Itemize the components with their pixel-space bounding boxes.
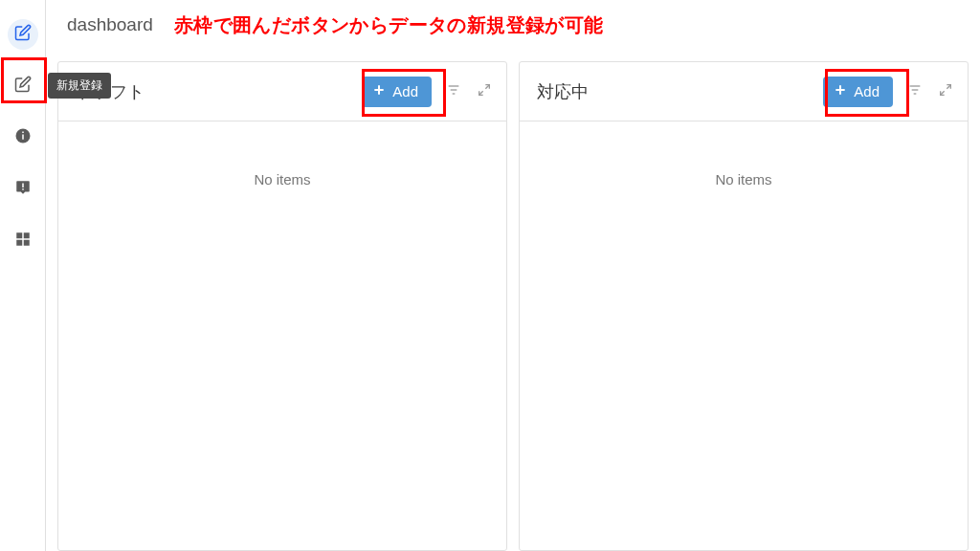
pencil-square-icon (14, 76, 32, 97)
annotation-caption: 赤枠で囲んだボタンからデータの新規登録が可能 (174, 12, 604, 38)
sidebar-item-grid[interactable] (8, 226, 38, 256)
panel-body: No items (520, 121, 968, 550)
add-button-label: Add (854, 83, 880, 100)
svg-rect-2 (22, 132, 24, 134)
svg-rect-7 (16, 240, 22, 246)
add-button-label: Add (392, 83, 418, 100)
sidebar-item-new-register[interactable]: 新規登録 (8, 71, 38, 101)
empty-state-text: No items (254, 171, 310, 187)
expand-button[interactable] (937, 83, 954, 100)
plus-icon (371, 82, 387, 101)
add-button[interactable]: Add (362, 77, 432, 107)
filter-button[interactable] (445, 83, 462, 100)
info-icon (14, 127, 32, 148)
sidebar-item-info[interactable] (8, 122, 38, 153)
sidebar: 新規登録 (0, 0, 46, 551)
panel-actions: Add (823, 77, 954, 107)
pencil-square-icon (14, 24, 32, 45)
svg-rect-3 (22, 184, 24, 188)
sidebar-item-alert[interactable] (8, 174, 38, 205)
svg-rect-4 (22, 188, 24, 190)
add-button[interactable]: Add (823, 77, 893, 107)
panel-in-progress: 対応中 Add (519, 61, 969, 551)
alert-square-icon (14, 179, 32, 200)
filter-icon (446, 82, 461, 101)
filter-icon (907, 82, 923, 101)
app-root: 新規登録 (0, 0, 980, 551)
svg-rect-6 (23, 232, 29, 238)
svg-rect-1 (22, 135, 24, 140)
panel-draft: ドラフト Add (57, 61, 507, 551)
plus-icon (833, 82, 848, 101)
main: dashboard 赤枠で囲んだボタンからデータの新規登録が可能 ドラフト (46, 0, 980, 551)
empty-state-text: No items (715, 171, 771, 187)
panel-header: ドラフト Add (58, 62, 506, 121)
expand-icon (477, 82, 492, 101)
grid-icon (14, 231, 32, 252)
expand-button[interactable] (476, 83, 493, 100)
header: dashboard 赤枠で囲んだボタンからデータの新規登録が可能 (46, 0, 980, 50)
panel-title: 対応中 (537, 80, 589, 103)
sidebar-item-compose[interactable] (8, 19, 38, 50)
svg-rect-8 (23, 240, 29, 246)
filter-button[interactable] (906, 83, 924, 100)
panel-body: No items (58, 121, 506, 550)
panels-row: ドラフト Add (46, 50, 980, 551)
panel-header: 対応中 Add (520, 62, 968, 121)
svg-rect-5 (16, 232, 22, 238)
panel-actions: Add (362, 77, 493, 107)
sidebar-tooltip: 新規登録 (48, 73, 111, 99)
expand-icon (938, 82, 953, 101)
page-title: dashboard (67, 14, 153, 35)
